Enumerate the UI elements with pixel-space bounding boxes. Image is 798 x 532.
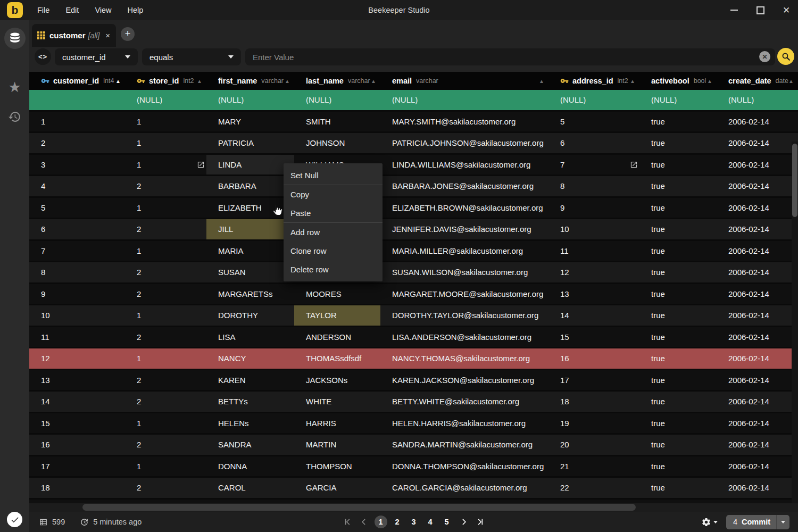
sort-icon[interactable]: ▲ [115,78,121,84]
cell-last_name[interactable]: WHITE [294,392,380,412]
cell-store_id[interactable]: 1 [125,348,206,369]
cell-first_name[interactable]: SUSAN [206,262,294,282]
cell-activebool[interactable]: true [639,284,717,304]
cell-email[interactable]: PATRICIA.JOHNSON@sakilacustomer.org [380,133,548,153]
cell-customer_id[interactable]: 7 [29,241,125,261]
cell-create_date[interactable]: 2006-02-14 [717,219,798,239]
tab-close-icon[interactable]: × [105,31,110,40]
cell-store_id[interactable]: 1 [125,198,206,218]
cell-store_id[interactable]: 2 [125,262,206,282]
cell-address_id[interactable]: 20 [548,435,639,455]
cell-first_name[interactable]: (NULL) [206,90,294,110]
close-button[interactable]: ✕ [781,5,792,15]
cell-store_id[interactable]: 1 [125,413,206,434]
cell-activebool[interactable]: true [639,348,717,369]
page-button-3[interactable]: 3 [408,516,420,528]
cell-create_date[interactable]: 2006-02-14 [717,392,798,412]
cell-store_id[interactable]: 1 [125,305,206,326]
menu-file[interactable]: File [29,0,57,20]
cell-email[interactable]: KAREN.JACKSON@sakilacustomer.org [380,370,548,390]
menu-help[interactable]: Help [120,0,152,20]
horizontal-scrollbar-thumb[interactable] [82,504,636,511]
last-page-button[interactable] [475,516,486,528]
sort-icon[interactable]: ▲ [197,78,202,84]
cell-first_name[interactable]: JILL [206,219,294,239]
cell-store_id[interactable]: 1 [125,133,206,153]
page-button-5[interactable]: 5 [440,516,453,528]
cell-activebool[interactable]: true [639,478,717,498]
cell-address_id[interactable]: (NULL) [548,90,639,110]
cell-activebool[interactable]: true [639,241,717,261]
cell-create_date[interactable]: 2006-02-14 [717,348,798,369]
cell-address_id[interactable]: 22 [548,478,639,498]
cell-customer_id[interactable]: 3 [29,155,125,175]
cell-customer_id[interactable]: 9 [29,284,125,304]
cell-activebool[interactable]: true [639,155,717,175]
cell-address_id[interactable]: 6 [548,133,639,153]
sort-icon[interactable]: ▲ [371,78,376,84]
column-header-last_name[interactable]: last_namevarchar▲ [294,72,380,90]
cell-create_date[interactable]: 2006-02-14 [717,155,798,175]
cell-last_name[interactable]: GARCIA [294,478,380,498]
cell-address_id[interactable]: 15 [548,327,639,347]
cell-address_id[interactable]: 19 [548,413,639,434]
cell-last_name[interactable]: ANDERSON [294,327,380,347]
cell-store_id[interactable]: 2 [125,478,206,498]
cell-customer_id[interactable]: 12 [29,348,125,369]
cell-activebool[interactable]: true [639,435,717,455]
context-menu-item-clone-row[interactable]: Clone row [284,242,383,260]
cell-email[interactable]: DOROTHY.TAYLOR@sakilacustomer.org [380,305,548,326]
cell-address_id[interactable]: 10 [548,219,639,239]
maximize-button[interactable] [755,5,766,15]
cell-first_name[interactable]: MARIA [206,241,294,261]
cell-activebool[interactable]: true [639,370,717,390]
vertical-scrollbar-thumb[interactable] [792,144,797,217]
cell-create_date[interactable]: 2006-02-14 [717,413,798,434]
cell-customer_id[interactable]: 4 [29,176,125,196]
sort-icon[interactable]: ▲ [539,78,544,84]
cell-email[interactable]: MARIA.MILLER@sakilacustomer.org [380,241,548,261]
sort-icon[interactable]: ▲ [788,78,794,84]
cell-customer_id[interactable]: 13 [29,370,125,390]
cell-email[interactable]: BETTY.WHITE@sakilacustomer.org [380,392,548,412]
cell-last_name[interactable]: MARTIN [294,435,380,455]
cell-first_name[interactable]: DONNA [206,456,294,477]
cell-create_date[interactable]: 2006-02-14 [717,327,798,347]
context-menu-item-add-row[interactable]: Add row [284,223,383,242]
cell-email[interactable]: HELEN.HARRIS@sakilacustomer.org [380,413,548,434]
cell-create_date[interactable]: 2006-02-14 [717,241,798,261]
cell-activebool[interactable]: true [639,133,717,153]
cell-email[interactable]: LINDA.WILLIAMS@sakilacustomer.org [380,155,548,175]
page-button-1[interactable]: 1 [375,516,387,528]
cell-activebool[interactable]: true [639,456,717,477]
cell-activebool[interactable]: true [639,198,717,218]
cell-customer_id[interactable]: 6 [29,219,125,239]
cell-customer_id[interactable]: 8 [29,262,125,282]
cell-email[interactable]: SANDRA.MARTIN@sakilacustomer.org [380,435,548,455]
column-header-store_id[interactable]: store_idint2▲ [125,72,206,90]
cell-store_id[interactable]: 2 [125,284,206,304]
sidebar-item-tables[interactable] [0,28,29,49]
cell-email[interactable]: CAROL.GARCIA@sakilacustomer.org [380,478,548,498]
cell-email[interactable]: BARBARA.JONES@sakilacustomer.org [380,176,548,196]
refresh-icon[interactable] [80,518,89,527]
cell-store_id[interactable]: 2 [125,327,206,347]
cell-activebool[interactable]: true [639,262,717,282]
context-menu-item-copy[interactable]: Copy [284,185,383,204]
filter-operator-select[interactable]: equals [142,48,241,65]
cell-activebool[interactable]: true [639,305,717,326]
cell-store_id[interactable]: 2 [125,435,206,455]
cell-activebool[interactable]: (NULL) [639,90,717,110]
add-tab-button[interactable]: + [121,27,135,41]
menu-view[interactable]: View [87,0,119,20]
column-header-customer_id[interactable]: customer_idint4▲ [29,72,125,90]
open-cell-icon[interactable] [197,161,205,169]
horizontal-scrollbar[interactable] [29,503,798,512]
cell-address_id[interactable]: 18 [548,392,639,412]
cell-address_id[interactable]: 8 [548,176,639,196]
apply-filter-button[interactable] [777,48,794,65]
cell-store_id[interactable]: 1 [125,241,206,261]
cell-last_name[interactable]: THOMPSON [294,456,380,477]
minimize-button[interactable] [729,5,739,15]
cell-last_name[interactable]: SMITH [294,112,380,132]
